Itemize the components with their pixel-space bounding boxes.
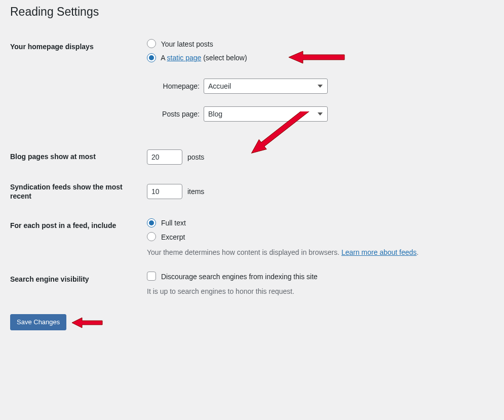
syndication-unit: items — [187, 187, 204, 196]
blog-pages-input[interactable] — [147, 149, 182, 165]
svg-marker-3 — [72, 318, 102, 328]
discourage-checkbox-text: Discourage search engines from indexing … — [161, 273, 318, 281]
radio-excerpt-label[interactable]: Excerpt — [147, 233, 489, 243]
posts-page-select-wrap: Blog — [204, 106, 328, 122]
static-page-link[interactable]: static page — [167, 54, 202, 62]
posts-page-select-label: Posts page: — [157, 109, 204, 119]
homepage-select-wrap: Accueil — [204, 79, 328, 94]
homepage-select[interactable]: Accueil — [204, 79, 328, 94]
homepage-displays-label: Your homepage displays — [10, 32, 142, 142]
discourage-checkbox-label[interactable]: Discourage search engines from indexing … — [147, 272, 489, 282]
blog-pages-label: Blog pages show at most — [10, 142, 142, 172]
radio-excerpt-text: Excerpt — [161, 233, 185, 241]
radio-static-page[interactable] — [147, 53, 156, 62]
radio-full-text-label[interactable]: Full text — [147, 218, 489, 228]
radio-full-text[interactable] — [147, 218, 156, 227]
search-visibility-description: It is up to search engines to honor this… — [147, 287, 489, 296]
radio-latest-posts-label[interactable]: Your latest posts — [147, 40, 489, 50]
syndication-label: Syndication feeds show the most recent — [10, 172, 142, 211]
radio-static-page-label[interactable]: A static page (select below) — [147, 53, 489, 63]
learn-more-feeds-link[interactable]: Learn more about feeds — [341, 248, 417, 256]
homepage-select-label: Homepage: — [157, 82, 204, 91]
feed-desc-suffix: . — [417, 248, 419, 256]
feed-desc-prefix: Your theme determines how content is dis… — [147, 248, 341, 256]
blog-pages-unit: posts — [187, 153, 204, 161]
radio-excerpt[interactable] — [147, 232, 156, 241]
posts-page-select[interactable]: Blog — [204, 106, 328, 122]
discourage-checkbox[interactable] — [147, 272, 156, 281]
syndication-input[interactable] — [147, 184, 182, 199]
page-title: Reading Settings — [10, 0, 494, 22]
feed-include-description: Your theme determines how content is dis… — [147, 248, 489, 257]
radio-static-page-suffix: (select below) — [201, 54, 247, 62]
search-visibility-label: Search engine visibility — [10, 264, 142, 304]
radio-static-page-prefix: A — [161, 54, 167, 62]
static-page-subfields: Homepage: Accueil Posts page: — [157, 79, 489, 122]
arrow-annotation-icon — [72, 315, 107, 330]
radio-latest-posts[interactable] — [147, 39, 156, 48]
radio-full-text-text: Full text — [161, 219, 186, 227]
settings-form-table: Your homepage displays Your latest posts… — [10, 32, 494, 304]
save-changes-button[interactable]: Save Changes — [10, 314, 66, 330]
radio-latest-posts-text: Your latest posts — [161, 40, 213, 48]
feed-include-label: For each post in a feed, include — [10, 211, 142, 264]
